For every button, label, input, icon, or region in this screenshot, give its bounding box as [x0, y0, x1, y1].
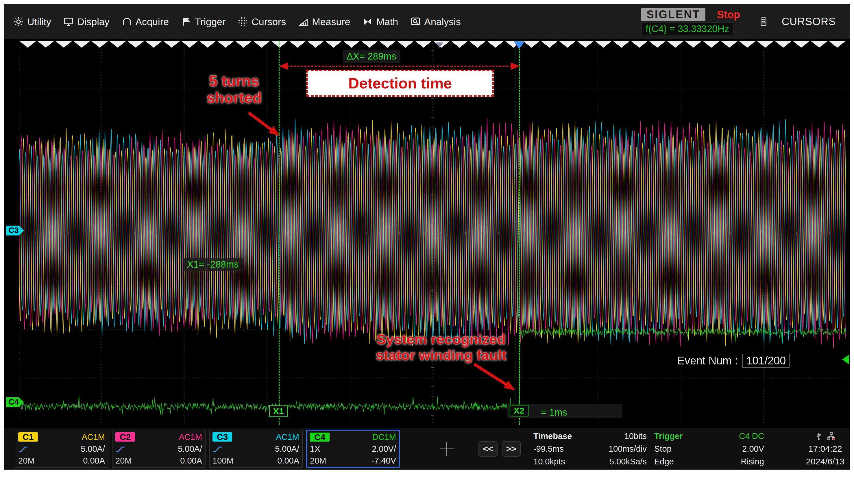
c4-offset: -7.40V: [372, 456, 396, 465]
clock-panel: 17:04:22 2024/6/13: [806, 430, 847, 468]
menu-cursors-label: Cursors: [251, 16, 286, 28]
turns-shorted-line2: shorted: [171, 89, 298, 106]
cursors-icon: [238, 17, 248, 27]
x1-cursor-tag[interactable]: X1: [269, 406, 288, 417]
waveform-display: ΔX= 289ms Detection time 5 turns shorted…: [4, 39, 850, 428]
delta-x-measure-line: [280, 66, 519, 67]
history-icon[interactable]: [759, 16, 768, 27]
event-number: Event Num : 101/200: [677, 354, 789, 367]
menu-acquire[interactable]: Acquire: [115, 4, 175, 39]
timebase-panel[interactable]: Timebase 10bits -99.5ms 100ms/div 10.0kp…: [533, 430, 647, 468]
menu-cursors[interactable]: Cursors: [232, 4, 292, 39]
c1-coupling: AC1M: [82, 433, 105, 441]
c2-coupling: AC1M: [179, 433, 202, 441]
channel-box-c2[interactable]: C2 AC1M 5.00A/ 20M 0.00A: [112, 430, 206, 468]
fault-recognized-line2: stator winding fault: [368, 347, 515, 363]
right-edge-marker: [842, 355, 849, 364]
timebase-title: Timebase: [533, 432, 572, 440]
c2-slope-icon: [115, 446, 125, 452]
c3-bandwidth: 100M: [213, 456, 234, 465]
event-number-label: Event Num :: [677, 355, 738, 367]
event-number-value: 101/200: [742, 354, 789, 367]
menu-math-label: Math: [376, 16, 398, 28]
siglent-logo: SIGLENT: [641, 8, 706, 21]
oscilloscope-screen: Utility Display Acquire Trigger Cursors …: [4, 4, 850, 470]
c3-slope-icon: [213, 446, 222, 452]
c4-coupling: DC1M: [372, 433, 396, 441]
status-bar: C1 AC1M 5.00A/ 20M 0.00A C2 AC1M: [4, 428, 850, 470]
history-next-button[interactable]: >>: [502, 441, 521, 456]
c2-badge: C2: [115, 432, 135, 442]
timebase-scale: 100ms/div: [608, 445, 647, 453]
turns-shorted-line1: 5 turns: [171, 73, 298, 89]
trigger-level: 2.00V: [742, 445, 764, 453]
trigger-title: Trigger: [654, 432, 682, 440]
turns-shorted-annotation: 5 turns shorted: [171, 73, 298, 106]
clock-date: 2024/6/13: [806, 457, 844, 466]
c1-badge: C1: [18, 432, 38, 442]
trigger-type: Edge: [654, 457, 674, 466]
crosshair-icon[interactable]: [438, 440, 455, 457]
trigger-source: C4 DC: [739, 432, 764, 440]
channel-box-c4[interactable]: C4 DC1M 1X 2.00V/ 20M -7.40V: [306, 430, 400, 468]
channel-box-c3[interactable]: C3 AC1M 5.00A/ 100M 0.00A: [209, 430, 303, 468]
menu-trigger-label: Trigger: [195, 16, 226, 28]
x2-cursor-tag[interactable]: X2: [510, 405, 529, 416]
c4-probe: 1X: [310, 445, 320, 453]
c4-scale: 2.00V/: [372, 445, 396, 453]
c2-scale: 5.00A/: [178, 445, 202, 453]
menu-utility[interactable]: Utility: [7, 4, 57, 39]
trigger-position-marker[interactable]: [514, 41, 525, 49]
timebase-bits: 10bits: [624, 432, 647, 440]
menu-analysis-label: Analysis: [424, 16, 461, 28]
timebase-points: 10.0kpts: [533, 457, 565, 466]
acquire-icon: [122, 17, 132, 27]
c2-bandwidth: 20M: [115, 456, 131, 465]
fault-recognized-annotation: System recognized stator winding fault: [368, 331, 515, 363]
display-icon: [63, 17, 74, 27]
c3-offset: 0.00A: [277, 456, 299, 465]
frequency-readout: f(C4) = 33.33320Hz: [641, 22, 733, 35]
history-prev-button[interactable]: <<: [478, 441, 498, 456]
menu-analysis[interactable]: Analysis: [404, 4, 467, 39]
math-icon: [362, 17, 373, 27]
c3-coupling: AC1M: [276, 433, 299, 441]
fault-recognized-line1: System recognized: [368, 331, 515, 347]
menu-measure[interactable]: Measure: [292, 4, 356, 39]
timebase-rate: 5.00kSa/s: [609, 457, 647, 466]
x2-readout: = 1ms: [537, 406, 571, 419]
usb-icon: [815, 432, 823, 440]
acquisition-status: Stop: [717, 9, 740, 21]
menu-bar: Utility Display Acquire Trigger Cursors …: [4, 4, 850, 39]
analysis-icon: [410, 17, 421, 27]
trigger-status: Stop: [654, 445, 672, 453]
trigger-panel[interactable]: Trigger C4 DC Stop 2.00V Edge Rising: [654, 430, 764, 468]
brand-block: SIGLENT Stop f(C4) = 33.33320Hz: [641, 8, 740, 35]
menu-utility-label: Utility: [27, 16, 51, 28]
c3-scale: 5.00A/: [275, 445, 299, 453]
menu-acquire-label: Acquire: [136, 16, 169, 28]
right-panel-header: CURSORS: [759, 16, 836, 28]
gear-icon: [13, 17, 24, 27]
cursor-x2-line[interactable]: [519, 41, 520, 425]
figure-page: Utility Display Acquire Trigger Cursors …: [0, 0, 854, 504]
delta-x-readout: ΔX= 289ms: [342, 50, 401, 63]
menu-display-label: Display: [77, 16, 109, 28]
measure-icon: [298, 17, 308, 27]
c1-bandwidth: 20M: [18, 456, 34, 465]
flag-icon: [181, 17, 191, 27]
menu-trigger[interactable]: Trigger: [175, 4, 232, 39]
c2-offset: 0.00A: [180, 456, 202, 465]
menu-display[interactable]: Display: [57, 4, 115, 39]
timebase-delay: -99.5ms: [533, 445, 564, 453]
menu-math[interactable]: Math: [356, 4, 405, 39]
c1-scale: 5.00A/: [81, 445, 105, 453]
trigger-slope: Rising: [741, 457, 764, 466]
cursors-panel-title: CURSORS: [782, 16, 836, 28]
c1-slope-icon: [18, 446, 28, 452]
c3-badge: C3: [213, 432, 232, 442]
channel-box-c1[interactable]: C1 AC1M 5.00A/ 20M 0.00A: [15, 430, 108, 468]
c4-bandwidth: 20M: [310, 456, 326, 465]
clock-time: 17:04:22: [808, 444, 842, 453]
menu-measure-label: Measure: [312, 16, 350, 28]
